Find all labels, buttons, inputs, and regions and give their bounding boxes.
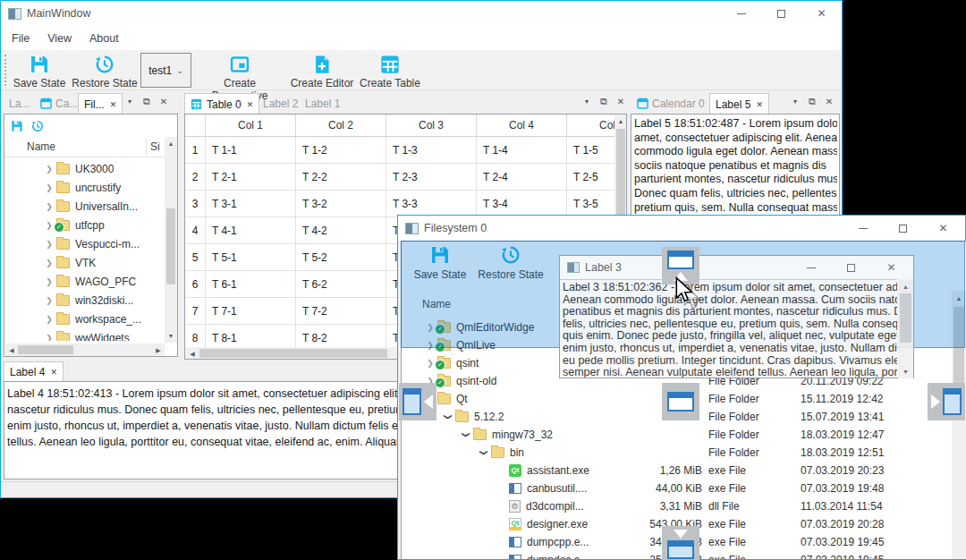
scroll-left-icon[interactable]: ◀ xyxy=(188,351,197,357)
panel-float-icon[interactable]: ⧉ xyxy=(597,94,611,108)
expand-chevron-icon[interactable]: ❯ xyxy=(462,428,470,442)
table-cell[interactable]: T 5-2 xyxy=(296,244,386,270)
panel-float-icon[interactable]: ⧉ xyxy=(805,94,819,108)
fs-tree-item[interactable]: Qtassistant.exe1,26 MiBexe File07.03.201… xyxy=(402,462,952,479)
panel-menu-icon[interactable]: ▾ xyxy=(788,94,802,108)
tab-table0[interactable]: Table 0 ✕ xyxy=(184,93,259,115)
row-number-cell[interactable]: 2 xyxy=(185,164,206,190)
dock-indicator-right[interactable] xyxy=(928,383,965,420)
tree-item[interactable]: ❯uncrustify xyxy=(4,178,164,197)
table-cell[interactable]: T 5-1 xyxy=(206,244,296,270)
tab-close-icon[interactable]: ✕ xyxy=(756,100,763,109)
row-number-cell[interactable]: 1 xyxy=(185,137,206,163)
row-number-cell[interactable]: 6 xyxy=(185,271,206,297)
toolbar-handle[interactable] xyxy=(4,55,6,86)
expand-chevron-icon[interactable]: ❯ xyxy=(42,165,56,174)
close-button[interactable]: ✕ xyxy=(801,1,842,26)
expand-chevron-icon[interactable]: ❯ xyxy=(42,334,56,342)
tab-label0[interactable]: La... xyxy=(4,93,35,114)
expand-chevron-icon[interactable]: ❯ xyxy=(42,277,56,286)
table-cell[interactable]: T 3-4 xyxy=(477,191,567,216)
tab-label1[interactable]: Label 1 xyxy=(300,93,345,114)
scroll-up-icon[interactable]: ▲ xyxy=(898,284,913,290)
table-cell[interactable]: T 2-1 xyxy=(206,164,296,190)
table-cell[interactable]: T 2-3 xyxy=(386,164,477,190)
expand-chevron-icon[interactable]: ❯ xyxy=(42,202,56,211)
expand-chevron-icon[interactable]: ❯ xyxy=(42,259,56,267)
column-header[interactable]: Col 1 xyxy=(206,115,296,136)
menu-about[interactable]: About xyxy=(80,27,128,50)
perspective-combo[interactable]: test1 ⌄ xyxy=(140,53,191,88)
row-number-cell[interactable]: 7 xyxy=(185,298,206,324)
minimize-button[interactable] xyxy=(721,1,761,26)
expand-chevron-icon[interactable]: ❯ xyxy=(42,315,56,324)
expand-chevron-icon[interactable]: ❯ xyxy=(42,296,56,305)
panel-menu-icon[interactable]: ▾ xyxy=(580,94,594,108)
table-cell[interactable]: T 3-3 xyxy=(386,191,477,216)
panel-close-icon[interactable]: ✕ xyxy=(614,94,628,108)
table-cell[interactable]: T 1-4 xyxy=(477,137,567,163)
scroll-down-icon[interactable]: ▼ xyxy=(165,333,177,339)
table-cell[interactable]: T 7-2 xyxy=(296,298,386,324)
maximize-button[interactable] xyxy=(761,1,801,26)
dock-indicator-left[interactable] xyxy=(399,383,436,420)
tree-item[interactable]: ❯win32diski... xyxy=(4,291,164,310)
row-number-cell[interactable]: 3 xyxy=(185,191,206,216)
save-state-button[interactable]: Save State xyxy=(12,52,67,89)
menu-view[interactable]: View xyxy=(38,27,80,50)
minimize-button[interactable] xyxy=(791,256,831,279)
left-tree-hscrollbar[interactable]: ◀ ▶ xyxy=(5,344,165,356)
table-cell[interactable]: T 2-2 xyxy=(296,164,386,190)
create-editor-button[interactable]: Create Editor xyxy=(289,52,355,89)
fs-tree-item[interactable]: canbusutil....44,00 KiBexe File07.03.201… xyxy=(402,479,952,497)
table-cell[interactable]: T 1-3 xyxy=(386,137,477,163)
label3-titlebar[interactable]: Label 3 ✕ xyxy=(560,256,913,279)
filesystem-titlebar[interactable]: Filesystem 0 ✕ xyxy=(398,216,965,241)
left-tree-vscrollbar[interactable]: ▲ ▼ xyxy=(165,137,177,343)
dock-indicator-bottom[interactable] xyxy=(662,526,699,560)
mini-save-icon[interactable] xyxy=(11,120,23,132)
minimize-button[interactable] xyxy=(843,216,883,241)
table-cell[interactable]: T 3-1 xyxy=(206,191,296,216)
scroll-right-icon[interactable]: ▶ xyxy=(154,347,163,353)
tab-label5[interactable]: Label 5 ✕ xyxy=(709,93,769,115)
tab-close-icon[interactable]: ✕ xyxy=(50,368,57,377)
scroll-down-icon[interactable]: ▼ xyxy=(898,369,913,375)
close-button[interactable]: ✕ xyxy=(871,256,911,279)
expand-chevron-icon[interactable]: ❯ xyxy=(42,240,56,249)
table-cell[interactable]: T 1-1 xyxy=(206,137,296,163)
tree-item[interactable]: ❯wwWidgets xyxy=(4,328,164,341)
maximize-button[interactable] xyxy=(883,216,923,241)
close-button[interactable]: ✕ xyxy=(923,216,963,241)
fs-tree-item[interactable]: ⚙d3dcompil...3,31 MiBdll File11.03.2014 … xyxy=(402,497,952,515)
tree-item[interactable]: ❯workspace_... xyxy=(4,310,164,328)
table-cell[interactable]: T 2-4 xyxy=(477,164,567,190)
column-header[interactable]: Col 2 xyxy=(296,115,386,136)
row-number-cell[interactable]: 4 xyxy=(185,217,206,243)
table-cell[interactable]: T 3-2 xyxy=(296,191,386,216)
maximize-button[interactable] xyxy=(831,256,871,279)
table-cell[interactable]: T 6-1 xyxy=(206,271,296,297)
main-titlebar[interactable]: MainWindow ✕ xyxy=(1,1,842,26)
tree-header-size[interactable]: Si xyxy=(150,140,160,153)
tree-item[interactable]: ❯VTK xyxy=(4,253,164,272)
scroll-up-icon[interactable]: ▲ xyxy=(165,140,177,147)
tree-item[interactable]: ❯UniversalIn... xyxy=(4,197,164,216)
table-cell[interactable]: T 4-1 xyxy=(206,217,296,243)
tab-calendar0[interactable]: Calendar 0 xyxy=(631,93,710,114)
panel-close-icon[interactable]: ✕ xyxy=(157,94,171,108)
table-cell[interactable]: T 6-2 xyxy=(296,271,386,297)
panel-menu-icon[interactable]: ▾ xyxy=(123,94,137,108)
label3-vscrollbar[interactable]: ▲ ▼ xyxy=(898,280,913,378)
dock-indicator-center[interactable] xyxy=(662,383,699,420)
tree-header-name[interactable]: Name xyxy=(27,140,55,153)
tab-label2[interactable]: Label 2 xyxy=(258,93,303,114)
panel-close-icon[interactable]: ✕ xyxy=(822,94,836,108)
tree-item[interactable]: ❯WAGO_PFC xyxy=(4,272,164,291)
expand-chevron-icon[interactable]: ❯ xyxy=(444,410,453,424)
column-header[interactable]: Col 4 xyxy=(477,115,567,136)
column-header[interactable]: Col 3 xyxy=(386,115,477,136)
mini-restore-icon[interactable] xyxy=(31,120,44,132)
tab-label4[interactable]: Label 4 ✕ xyxy=(4,361,64,382)
create-table-button[interactable]: Create Table xyxy=(359,52,421,89)
